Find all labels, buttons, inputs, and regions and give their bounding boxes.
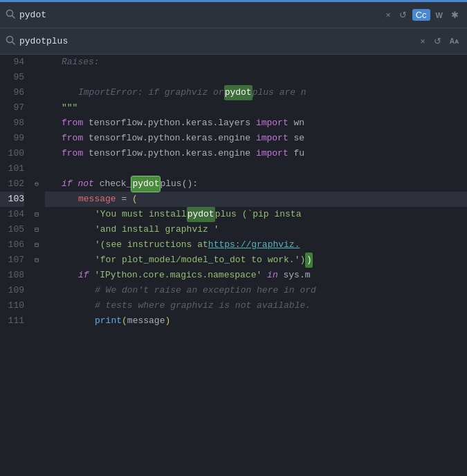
- match-pydot-102: pydot: [131, 176, 160, 192]
- code-line-100: from tensorflow.python.keras.engine impo…: [45, 146, 467, 161]
- line-num-104: 104: [0, 207, 24, 222]
- search-input-2[interactable]: [19, 36, 413, 46]
- line-num-99: 99: [0, 131, 24, 146]
- regex-btn[interactable]: ✱: [448, 8, 461, 21]
- code-line-107: 'for plot_model/model_to_dot to work.') …: [45, 253, 467, 268]
- line-num-95: 95: [0, 70, 24, 85]
- fold-95: [31, 70, 42, 85]
- code-text-96a: ImportError: if graphviz or: [78, 85, 224, 100]
- kw-not-102: not: [77, 176, 93, 192]
- code-text-94: Raises:: [62, 55, 100, 70]
- code-content[interactable]: Raises: ImportError: if graphviz or pydo…: [42, 55, 467, 476]
- kw-if-108: if: [78, 268, 89, 283]
- preserve-case-btn[interactable]: Aᴀ: [447, 36, 461, 46]
- line-num-103: 103: [0, 192, 24, 207]
- kw-from-99: from: [62, 131, 83, 146]
- fold-111: [31, 313, 42, 329]
- code-str-104a: 'You must install: [95, 207, 187, 222]
- search-input-1[interactable]: [19, 10, 378, 20]
- code-str-106a: '(see instructions at: [95, 237, 208, 253]
- fold-gutter: ⊖ ⊟ ⊟ ⊟ ⊟: [31, 55, 42, 476]
- line-num-111: 111: [0, 313, 24, 329]
- fold-99: [31, 131, 42, 146]
- fold-94: [31, 55, 42, 70]
- match-pydot-104: pydot: [187, 207, 215, 222]
- close-search-2[interactable]: ×: [417, 35, 428, 48]
- search-actions-2: × ↺ Aᴀ: [417, 35, 461, 48]
- line-num-110: 110: [0, 298, 24, 313]
- search-actions-1: × ↺ Cc W ✱: [383, 8, 461, 21]
- line-num-109: 109: [0, 283, 24, 298]
- code-text-97: """: [62, 100, 77, 116]
- fold-110: [31, 298, 42, 313]
- code-line-94: Raises:: [45, 55, 467, 70]
- code-url-106: https://graphviz.: [208, 237, 300, 253]
- fold-102[interactable]: ⊖: [31, 176, 42, 192]
- code-text-99b: se: [294, 131, 305, 146]
- code-area: 94 95 96 97 98 99 100 101 102 103 104 10…: [0, 55, 467, 476]
- code-fn-111: print: [95, 313, 122, 329]
- code-str-105: 'and install graphviz ': [95, 222, 219, 237]
- svg-line-3: [12, 42, 15, 44]
- code-text-98a: tensorflow.python.keras.layers: [89, 116, 250, 131]
- fold-97: [31, 100, 42, 116]
- fold-101: [31, 161, 42, 176]
- kw-from-98: from: [62, 116, 83, 131]
- line-num-96: 96: [0, 85, 24, 100]
- code-line-104: 'You must install pydotplus (`pip insta: [45, 207, 467, 222]
- whole-word-btn[interactable]: W: [433, 10, 446, 21]
- svg-line-1: [12, 15, 15, 18]
- line-num-105: 105: [0, 222, 24, 237]
- close-search-1[interactable]: ×: [383, 8, 394, 21]
- case-sensitive-btn[interactable]: Cc: [412, 9, 430, 21]
- refresh-search-1[interactable]: ↺: [396, 8, 410, 21]
- kw-import-99: import: [256, 131, 289, 146]
- search-icon-2: [6, 35, 15, 48]
- fold-96: [31, 85, 42, 100]
- line-numbers: 94 95 96 97 98 99 100 101 102 103 104 10…: [0, 55, 31, 476]
- line-num-106: 106: [0, 237, 24, 253]
- fold-107[interactable]: ⊟: [31, 253, 42, 268]
- code-line-103: message = (: [45, 192, 467, 207]
- fold-103: [31, 192, 42, 207]
- code-str-108: 'IPython.core.magics.namespace': [94, 268, 262, 283]
- code-line-96: ImportError: if graphviz or pydotplus ar…: [45, 85, 467, 100]
- kw-import-98: import: [256, 116, 289, 131]
- fold-109: [31, 283, 42, 298]
- code-line-97: """: [45, 100, 467, 116]
- code-line-105: 'and install graphviz ': [45, 222, 467, 237]
- code-line-110: # tests where graphviz is not available.: [45, 298, 467, 313]
- code-line-109: # We don't raise an exception here in or…: [45, 283, 467, 298]
- code-text-100b: fu: [294, 146, 305, 161]
- line-num-101: 101: [0, 161, 24, 176]
- kw-import-100: import: [256, 146, 289, 161]
- code-text-100a: tensorflow.python.keras.engine: [89, 146, 250, 161]
- code-line-106: '(see instructions at https://graphviz.: [45, 237, 467, 253]
- code-text-99a: tensorflow.python.keras.engine: [89, 131, 250, 146]
- search-bar-1: × ↺ Cc W ✱: [0, 2, 467, 28]
- code-str-107: 'for plot_model/model_to_dot to work.'): [95, 253, 305, 268]
- fold-98: [31, 116, 42, 131]
- fold-106[interactable]: ⊟: [31, 237, 42, 253]
- fold-104[interactable]: ⊟: [31, 207, 42, 222]
- refresh-search-2[interactable]: ↺: [431, 35, 444, 48]
- search-icon-1: [6, 9, 15, 21]
- code-var-103: message: [78, 192, 116, 207]
- line-num-98: 98: [0, 116, 24, 131]
- code-str-104b: plus (`pip insta: [215, 207, 302, 222]
- line-num-102: 102: [0, 176, 24, 192]
- code-line-111: print(message): [45, 313, 467, 329]
- line-num-100: 100: [0, 146, 24, 161]
- code-comment-110: # tests where graphviz is not available.: [95, 298, 311, 313]
- code-line-95: [45, 70, 467, 85]
- search-bar-2: × ↺ Aᴀ: [0, 28, 467, 55]
- code-text-98b: wn: [294, 116, 305, 131]
- code-line-99: from tensorflow.python.keras.engine impo…: [45, 131, 467, 146]
- kw-from-100: from: [62, 146, 83, 161]
- line-num-108: 108: [0, 268, 24, 283]
- line-num-107: 107: [0, 253, 24, 268]
- close-paren-highlight-107: ): [305, 253, 313, 268]
- fold-105[interactable]: ⊟: [31, 222, 42, 237]
- code-text-96b: plus are n: [253, 85, 306, 100]
- match-pydot-96: pydot: [224, 85, 253, 100]
